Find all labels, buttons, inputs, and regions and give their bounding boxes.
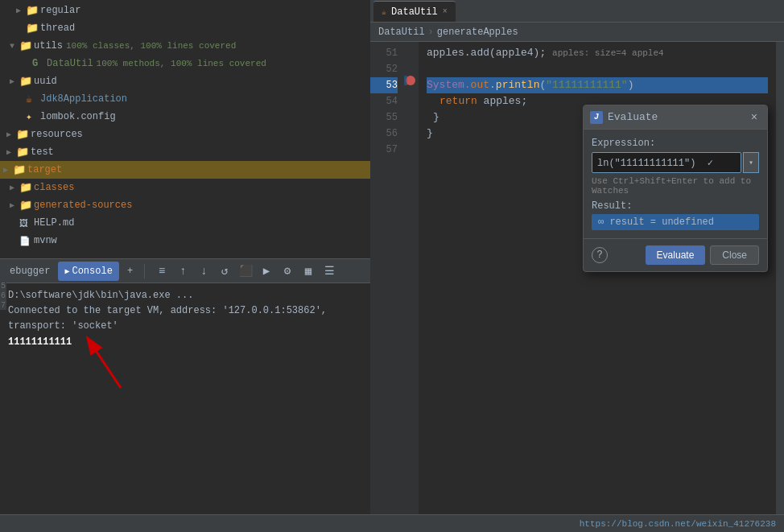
toolbar-run-icon[interactable]: ▶ bbox=[258, 262, 275, 280]
result-value: ∞ result = undefined bbox=[592, 214, 759, 230]
tab-debugger[interactable]: ebugger bbox=[3, 262, 56, 281]
tree-label-lombok: lombok.config bbox=[40, 111, 116, 122]
editor-tab-datautil[interactable]: ☕ DataUtil × bbox=[373, 1, 456, 22]
code-line-53: System.out.println("11111111111") bbox=[427, 77, 768, 93]
far-left-indicators: 5 6 7 bbox=[0, 280, 6, 310]
tree-arrow-generated: ▶ bbox=[10, 200, 19, 210]
vertical-scrollbar[interactable] bbox=[776, 42, 784, 532]
expression-dropdown[interactable]: ▾ bbox=[743, 152, 759, 173]
tree-item-uuid[interactable]: ▶ 📁 uuid bbox=[0, 72, 370, 90]
tree-arrow-classes: ▶ bbox=[10, 183, 19, 192]
evaluate-hint: Use Ctrl+Shift+Enter to add to Watches bbox=[592, 176, 759, 196]
toolbar-menu-icon[interactable]: ≡ bbox=[153, 262, 171, 280]
tab-icon-java: ☕ bbox=[382, 7, 386, 17]
breadcrumb-bar: DataUtil › generateApples bbox=[370, 23, 784, 42]
tree-item-thread[interactable]: 📁 thread bbox=[0, 19, 370, 37]
tree-item-jdk8app[interactable]: ☕ Jdk8Application bbox=[0, 90, 370, 108]
tree-label-test: test bbox=[31, 146, 54, 158]
editor-tab-bar: ☕ DataUtil × bbox=[370, 0, 784, 23]
tree-item-target[interactable]: ▶ 📁 target bbox=[0, 161, 370, 179]
folder-icon-resources: 📁 bbox=[16, 128, 31, 141]
toolbar-down-icon[interactable]: ↓ bbox=[195, 262, 213, 280]
expression-input[interactable] bbox=[592, 152, 741, 173]
tree-label-jdk8app: Jdk8Application bbox=[40, 93, 127, 105]
console-line-1: D:\software\jdk\bin\java.exe ... bbox=[8, 288, 362, 303]
bottom-panel: ebugger ▶ Console + ≡ ↑ ↓ ↺ ⬛ ▶ ⚙ ▦ ☰ bbox=[0, 258, 370, 532]
toolbar-lines-icon[interactable]: ☰ bbox=[320, 262, 338, 280]
tree-arrow-resources: ▶ bbox=[6, 130, 16, 139]
expression-label: Expression: bbox=[592, 138, 759, 149]
help-button[interactable]: ? bbox=[592, 247, 608, 263]
tree-item-helpmd[interactable]: 🖼 HELP.md bbox=[0, 214, 370, 232]
console-toolbar: ≡ ↑ ↓ ↺ ⬛ ▶ ⚙ ▦ ☰ bbox=[153, 262, 338, 280]
line-num-53: 53 bbox=[370, 77, 398, 93]
tree-label-mvnw: mvnw bbox=[34, 235, 57, 246]
g-icon-datautil: G bbox=[32, 58, 47, 69]
breadcrumb-generateapples: generateApples bbox=[437, 27, 518, 38]
tree-item-datautil[interactable]: G DataUtil 100% methods, 100% lines cove… bbox=[0, 55, 370, 72]
tab-separator bbox=[144, 264, 145, 278]
line-num-56: 56 bbox=[370, 126, 398, 142]
tree-label-thread: thread bbox=[40, 23, 75, 34]
tree-label-helpmd: HELP.md bbox=[34, 217, 74, 229]
line-num-54: 54 bbox=[370, 93, 398, 109]
tree-arrow-uuid: ▶ bbox=[10, 76, 19, 86]
dialog-titlebar: J Evaluate × bbox=[584, 105, 767, 130]
code-panel: ☕ DataUtil × DataUtil › generateApples 5… bbox=[370, 0, 784, 532]
dialog-title: J Evaluate bbox=[590, 111, 658, 124]
status-url[interactable]: https://blog.csdn.net/weixin_41276238 bbox=[580, 519, 776, 529]
tree-item-generated[interactable]: ▶ 📁 generated-sources bbox=[0, 196, 370, 214]
status-bar: https://blog.csdn.net/weixin_41276238 bbox=[370, 514, 784, 532]
tree-arrow-regular: ▶ bbox=[16, 6, 26, 15]
tree-item-mvnw[interactable]: 📄 mvnw bbox=[0, 232, 370, 250]
toolbar-stop-icon[interactable]: ⬛ bbox=[237, 262, 254, 280]
toolbar-grid-icon[interactable]: ▦ bbox=[299, 262, 317, 280]
file-tree: ▶ 📁 regular 📁 thread ▼ 📁 utils 100% clas… bbox=[0, 0, 370, 258]
line-num-51: 51 bbox=[370, 45, 398, 61]
tree-label-regular: regular bbox=[40, 5, 80, 16]
tree-item-classes[interactable]: ▶ 📁 classes bbox=[0, 179, 370, 196]
line-num-55: 55 bbox=[370, 109, 398, 126]
toolbar-up-icon[interactable]: ↑ bbox=[174, 262, 192, 280]
tree-arrow-test: ▶ bbox=[6, 147, 16, 157]
tab-console[interactable]: ▶ Console bbox=[58, 262, 118, 281]
bottom-tabs-bar: ebugger ▶ Console + ≡ ↑ ↓ ↺ ⬛ ▶ ⚙ ▦ ☰ bbox=[0, 259, 370, 283]
dialog-logo-icon: J bbox=[590, 111, 603, 124]
evaluate-dialog: J Evaluate × Expression: ▾ Use Ctrl+Shif… bbox=[583, 105, 768, 272]
line-num-57: 57 bbox=[370, 142, 398, 158]
close-button[interactable]: Close bbox=[710, 245, 759, 265]
toolbar-settings-icon[interactable]: ⚙ bbox=[279, 262, 296, 280]
tab-plus[interactable]: + bbox=[121, 262, 139, 281]
tree-arrow-utils: ▼ bbox=[10, 42, 19, 51]
tree-label-classes: classes bbox=[34, 182, 74, 193]
tree-item-resources[interactable]: ▶ 📁 resources bbox=[0, 126, 370, 143]
breadcrumb-datautil: DataUtil bbox=[378, 27, 425, 38]
tree-item-utils[interactable]: ▼ 📁 utils 100% classes, 100% lines cover… bbox=[0, 37, 370, 55]
folder-icon-thread: 📁 bbox=[26, 22, 40, 35]
folder-icon-regular: 📁 bbox=[26, 4, 40, 17]
dialog-close-button[interactable]: × bbox=[748, 111, 761, 124]
dialog-title-text: Evaluate bbox=[608, 111, 658, 123]
line-numbers: 51 52 53 54 55 56 57 bbox=[370, 42, 402, 532]
tree-label-uuid: uuid bbox=[34, 76, 57, 87]
editor-gutter bbox=[402, 42, 419, 532]
tree-item-lombok[interactable]: ✦ lombok.config bbox=[0, 108, 370, 126]
toolbar-restart-icon[interactable]: ↺ bbox=[216, 262, 233, 280]
folder-icon-uuid: 📁 bbox=[19, 75, 34, 88]
folder-icon-generated: 📁 bbox=[19, 199, 34, 212]
expression-input-row: ▾ bbox=[592, 152, 759, 173]
tree-label-utils: utils bbox=[34, 40, 63, 52]
tree-label-resources: resources bbox=[31, 129, 83, 140]
result-label: Result: bbox=[592, 200, 759, 212]
file-icon-helpmd: 🖼 bbox=[19, 218, 34, 229]
tab-close-icon[interactable]: × bbox=[443, 7, 448, 16]
file-icon-mvnw: 📄 bbox=[19, 236, 34, 246]
evaluate-button[interactable]: Evaluate bbox=[646, 245, 706, 265]
tree-label-datautil: DataUtil bbox=[47, 58, 93, 69]
tree-item-test[interactable]: ▶ 📁 test bbox=[0, 143, 370, 161]
folder-icon-utils: 📁 bbox=[19, 39, 34, 52]
coffee-icon-jdk8app: ☕ bbox=[26, 93, 40, 105]
code-line-51: apples.add(apple4); apples: size=4 apple… bbox=[427, 45, 768, 61]
tree-item-regular[interactable]: ▶ 📁 regular bbox=[0, 2, 370, 19]
console-line-3: 11111111111 bbox=[8, 335, 362, 350]
